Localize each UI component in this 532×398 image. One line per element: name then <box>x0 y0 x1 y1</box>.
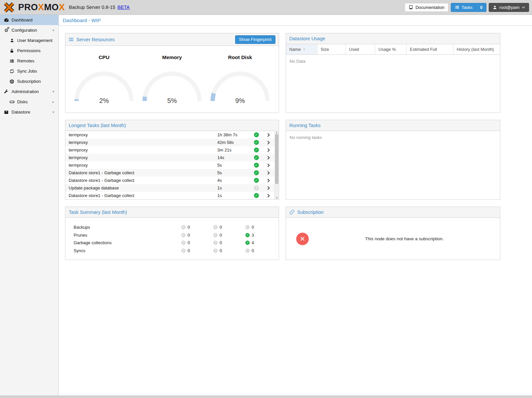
sidebar-item-disks[interactable]: Disks ▸ <box>0 97 58 107</box>
sidebar-item-permissions[interactable]: Permissions <box>0 46 58 56</box>
task-row[interactable]: termproxy 3m 21s ✓ <box>65 146 274 154</box>
chevron-down-icon: ▾ <box>53 110 54 114</box>
warning-count-icon: ! <box>213 225 218 229</box>
sidebar-item-datastore[interactable]: Datastore ▾ <box>0 107 58 117</box>
user-icon <box>493 5 497 10</box>
wrench-icon <box>4 89 9 94</box>
sync-icon <box>9 69 15 74</box>
topbar: PROXMOX Backup Server 0.8-15 BETA Docume… <box>0 0 532 15</box>
product-version-label: Backup Server 0.8-15 <box>69 5 115 10</box>
subscription-panel: Subscription ✕ This node does not have a… <box>286 207 500 260</box>
ok-status-icon: ✓ <box>254 178 259 183</box>
panel-title: Server Resources <box>76 37 115 42</box>
ok-status-icon: ✓ <box>254 140 259 145</box>
cpu-gauge: CPU 2% <box>72 54 136 105</box>
unknown-status-icon: ? <box>254 185 259 190</box>
sidebar-item-remotes[interactable]: Remotes <box>0 56 58 66</box>
task-row[interactable]: Datastore store1 - Garbage collect 5s ✓ <box>65 169 274 177</box>
ok-status-icon: ✓ <box>254 148 259 152</box>
task-row[interactable]: termproxy 14s ✓ <box>65 154 274 161</box>
error-count-icon: × <box>181 225 186 229</box>
sidebar-item-configuration[interactable]: ⚙⚙ Configuration ▾ <box>0 25 58 35</box>
tasks-count-badge: 0 <box>480 5 482 10</box>
chevron-right-icon <box>267 133 270 137</box>
scroll-up-icon[interactable]: ▲ <box>275 131 279 134</box>
dashboard-icon <box>4 17 9 23</box>
chevron-right-icon: ▸ <box>53 100 54 104</box>
chevron-right-icon <box>267 186 270 190</box>
ok-count-icon: ✓ <box>245 233 250 237</box>
summary-row-backups: Backups ×0 !0 ✓0 <box>74 223 279 231</box>
panel-title: Longest Tasks (last Month) <box>69 123 126 128</box>
tasks-button[interactable]: Tasks 0 <box>451 3 486 12</box>
task-row[interactable]: termproxy 5s ✓ <box>65 161 274 169</box>
column-header-used[interactable]: Used <box>346 44 375 54</box>
running-tasks-panel: Running Tasks No running tasks <box>286 120 500 200</box>
scroll-down-icon[interactable]: ▼ <box>275 197 279 199</box>
column-header-name[interactable]: Name ↑ <box>286 44 317 54</box>
sidebar-item-subscription[interactable]: Subscription <box>0 76 58 86</box>
column-header-estimated-full[interactable]: Estimated Full <box>407 44 453 54</box>
task-row[interactable]: Datastore store1 - Garbage collect 1s ✓ <box>65 192 274 199</box>
no-data-text: No Data <box>286 55 500 68</box>
task-row[interactable]: termproxy 1h 38m 7s ✓ <box>65 131 274 139</box>
task-row[interactable]: Update package database 1s ? <box>65 184 274 192</box>
user-icon <box>9 38 15 43</box>
error-count-icon: × <box>181 249 186 253</box>
proxmox-logo: PROXMOX <box>3 2 65 13</box>
chevron-right-icon <box>267 171 270 175</box>
task-row[interactable]: Datastore store1 - Garbage collect 4s ✓ <box>65 177 274 184</box>
documentation-button[interactable]: Documentation <box>405 3 448 12</box>
root-disk-gauge-value: 9% <box>209 97 271 105</box>
panel-title: Task Summary (last Month) <box>69 210 127 215</box>
server-resources-icon <box>69 37 74 42</box>
chevron-down-icon: ▾ <box>53 28 54 32</box>
proxmox-x-icon <box>3 2 15 13</box>
error-count-icon: × <box>181 241 186 245</box>
warning-count-icon: ! <box>213 233 218 237</box>
no-subscription-icon: ✕ <box>296 233 309 245</box>
user-menu-button[interactable]: root@pam <box>489 3 529 12</box>
list-rows-icon <box>9 58 15 64</box>
ok-count-icon: ✓ <box>245 249 250 253</box>
column-header-size[interactable]: Size <box>317 44 346 54</box>
chevron-down-icon: ▾ <box>53 90 54 93</box>
chevron-right-icon <box>267 155 270 160</box>
ok-count-icon: ✓ <box>245 241 250 245</box>
no-running-tasks-text: No running tasks <box>286 131 500 144</box>
archive-box-icon <box>4 110 9 115</box>
sidebar-item-administration[interactable]: Administration ▾ <box>0 86 58 97</box>
chevron-right-icon <box>267 148 270 152</box>
ticket-icon <box>289 210 295 215</box>
sidebar: Dashboard ⚙⚙ Configuration ▾ User Manage… <box>0 15 59 395</box>
ok-status-icon: ✓ <box>254 193 259 198</box>
chevron-right-icon <box>267 140 270 145</box>
sidebar-item-sync-jobs[interactable]: Sync Jobs <box>0 66 58 76</box>
error-count-icon: × <box>181 233 186 237</box>
unlock-icon <box>9 48 15 53</box>
ok-count-icon: ✓ <box>245 225 250 229</box>
subscription-message: This node does not have a subscription. <box>309 236 500 241</box>
beta-link[interactable]: BETA <box>118 5 130 10</box>
panel-title: Datastore Usage <box>289 36 325 41</box>
book-icon <box>408 5 413 10</box>
task-summary-panel: Task Summary (last Month) Backups ×0 !0 … <box>65 207 279 260</box>
summary-row-syncs: Syncs ×0 !0 ✓0 <box>74 247 279 255</box>
warning-count-icon: ! <box>213 249 218 253</box>
server-resources-panel: Server Resources Show Fingerprint CPU <box>65 33 279 113</box>
sidebar-item-user-management[interactable]: User Management <box>0 35 58 46</box>
root-disk-gauge: Root Disk 9% <box>208 54 272 105</box>
task-row[interactable]: termproxy 42m 58s ✓ <box>65 139 274 146</box>
sort-asc-icon: ↑ <box>303 47 305 52</box>
ok-status-icon: ✓ <box>254 163 259 168</box>
chevron-right-icon <box>267 178 270 183</box>
sidebar-item-dashboard[interactable]: Dashboard <box>0 15 58 25</box>
column-header-history[interactable]: History (last Month) <box>453 44 500 54</box>
content-area: Dashboard - WIP Server Res <box>59 15 532 395</box>
show-fingerprint-button[interactable]: Show Fingerprint <box>235 35 275 44</box>
scrollbar-thumb[interactable] <box>275 134 278 184</box>
datastore-usage-panel: Datastore Usage Name ↑ Size Used Usage %… <box>286 33 500 113</box>
vertical-scrollbar[interactable]: ▲ ▼ <box>274 131 279 199</box>
datastore-usage-table-header: Name ↑ Size Used Usage % Estimated Full … <box>286 44 500 55</box>
column-header-usage-pct[interactable]: Usage % <box>375 44 407 54</box>
